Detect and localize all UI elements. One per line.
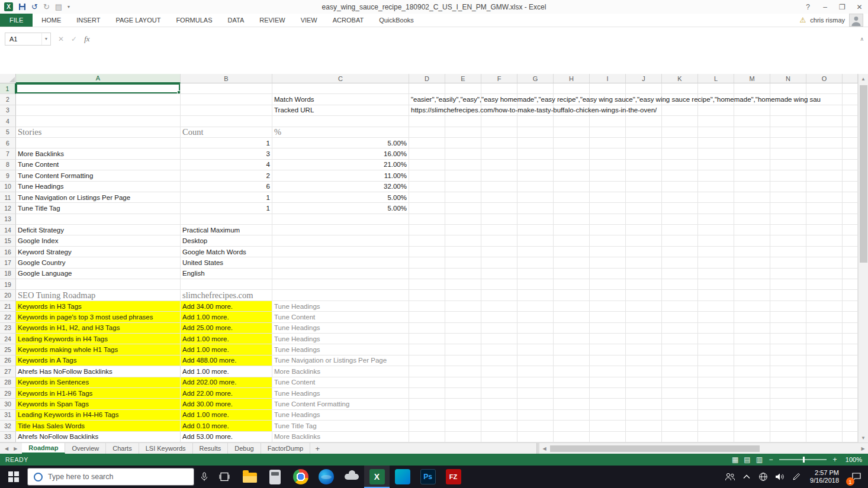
cell-A14[interactable]: Deficit Strategy [16, 225, 181, 235]
cell-I9[interactable] [590, 170, 626, 181]
cell-O30[interactable] [806, 399, 843, 409]
cell-B12[interactable]: 1 [181, 203, 272, 214]
cell-N13[interactable] [770, 214, 806, 225]
cell-E1[interactable] [445, 83, 481, 94]
cell-M31[interactable] [734, 410, 770, 421]
cell-M21[interactable] [734, 301, 770, 312]
filezilla-icon[interactable]: FZ [441, 466, 466, 488]
cell-I25[interactable] [590, 344, 626, 355]
cell-O4[interactable] [806, 116, 843, 127]
cell-B3[interactable] [181, 105, 272, 116]
vertical-scroll-thumb[interactable] [860, 85, 867, 263]
cell-M17[interactable] [734, 257, 770, 268]
cell-L15[interactable] [698, 235, 734, 246]
cell-L8[interactable] [698, 160, 734, 170]
cell-B6[interactable]: 1 [181, 138, 272, 148]
cell-E18[interactable] [445, 269, 481, 279]
cell-L7[interactable] [698, 148, 734, 159]
cell-E25[interactable] [445, 344, 481, 355]
cell-J1[interactable] [626, 83, 662, 94]
taskbar-clock[interactable]: 2:57 PM 9/16/2018 [805, 469, 844, 484]
cell-H14[interactable] [554, 225, 590, 235]
cell-M18[interactable] [734, 269, 770, 279]
cell-B33[interactable]: Add 53.00 more. [181, 432, 272, 442]
next-sheet-icon[interactable]: ▶ [14, 446, 17, 451]
cell-F18[interactable] [481, 269, 517, 279]
cell-I12[interactable] [590, 203, 626, 214]
select-all-corner[interactable] [0, 74, 16, 83]
people-icon[interactable] [722, 466, 738, 488]
sheet-tab-debug[interactable]: Debug [228, 443, 261, 454]
row-header-32[interactable]: 32 [0, 421, 16, 431]
page-break-view-icon[interactable]: ▥ [756, 456, 763, 463]
cell-H17[interactable] [554, 257, 590, 268]
cell-O23[interactable] [806, 323, 843, 334]
cell-I1[interactable] [590, 83, 626, 94]
cell-G18[interactable] [517, 269, 554, 279]
cell-E29[interactable] [445, 388, 481, 399]
cell-I23[interactable] [590, 323, 626, 334]
cell-I15[interactable] [590, 235, 626, 246]
cell-H31[interactable] [554, 410, 590, 421]
cell-G21[interactable] [517, 301, 554, 312]
cell-G27[interactable] [517, 366, 554, 377]
cell-J8[interactable] [626, 160, 662, 170]
cell-I24[interactable] [590, 334, 626, 344]
cell-C20[interactable] [272, 290, 409, 300]
cell-B7[interactable]: 3 [181, 148, 272, 159]
cell-K3[interactable] [662, 105, 698, 116]
cell-M3[interactable] [734, 105, 770, 116]
cell-K5[interactable] [662, 127, 698, 138]
cell-C7[interactable]: 16.00% [272, 148, 409, 159]
cell-C8[interactable]: 21.00% [272, 160, 409, 170]
cell-E23[interactable] [445, 323, 481, 334]
cell-D9[interactable] [409, 170, 445, 181]
column-header-O[interactable]: O [806, 74, 843, 83]
cell-C6[interactable]: 5.00% [272, 138, 409, 148]
row-header-29[interactable]: 29 [0, 388, 16, 399]
ribbon-tab-page-layout[interactable]: PAGE LAYOUT [108, 14, 168, 27]
cell-I22[interactable] [590, 312, 626, 322]
cell-M22[interactable] [734, 312, 770, 322]
cell-A29[interactable]: Keywords in H1-H6 Tags [16, 388, 181, 399]
cell-A1[interactable] [16, 83, 181, 94]
cell-E17[interactable] [445, 257, 481, 268]
cell-K31[interactable] [662, 410, 698, 421]
cell-A32[interactable]: Title Has Sales Words [16, 421, 181, 431]
cell-K14[interactable] [662, 225, 698, 235]
cell-H7[interactable] [554, 148, 590, 159]
cell-F28[interactable] [481, 377, 517, 388]
cell-K16[interactable] [662, 247, 698, 257]
help-button[interactable]: ? [799, 0, 816, 14]
cell-J15[interactable] [626, 235, 662, 246]
cell-O8[interactable] [806, 160, 843, 170]
cell-D14[interactable] [409, 225, 445, 235]
cell-N11[interactable] [770, 192, 806, 203]
cell-K8[interactable] [662, 160, 698, 170]
cell-I33[interactable] [590, 432, 626, 442]
row-header-9[interactable]: 9 [0, 170, 16, 181]
cell-I30[interactable] [590, 399, 626, 409]
cell-M33[interactable] [734, 432, 770, 442]
cell-A5[interactable]: Stories [16, 127, 181, 138]
microphone-icon[interactable] [194, 466, 214, 488]
cell-L28[interactable] [698, 377, 734, 388]
zoom-level[interactable]: 100% [843, 456, 862, 463]
cell-I11[interactable] [590, 192, 626, 203]
cell-N22[interactable] [770, 312, 806, 322]
cell-N33[interactable] [770, 432, 806, 442]
cell-F31[interactable] [481, 410, 517, 421]
cell-L31[interactable] [698, 410, 734, 421]
cell-G15[interactable] [517, 235, 554, 246]
cell-C18[interactable] [272, 269, 409, 279]
scroll-left-icon[interactable]: ◀ [539, 446, 549, 451]
cell-E14[interactable] [445, 225, 481, 235]
cell-L32[interactable] [698, 421, 734, 431]
row-header-30[interactable]: 30 [0, 399, 16, 409]
cell-L6[interactable] [698, 138, 734, 148]
cancel-entry-icon[interactable]: ✕ [58, 35, 64, 43]
row-header-1[interactable]: 1 [0, 83, 16, 94]
cell-C9[interactable]: 11.00% [272, 170, 409, 181]
cell-E8[interactable] [445, 160, 481, 170]
cell-F24[interactable] [481, 334, 517, 344]
